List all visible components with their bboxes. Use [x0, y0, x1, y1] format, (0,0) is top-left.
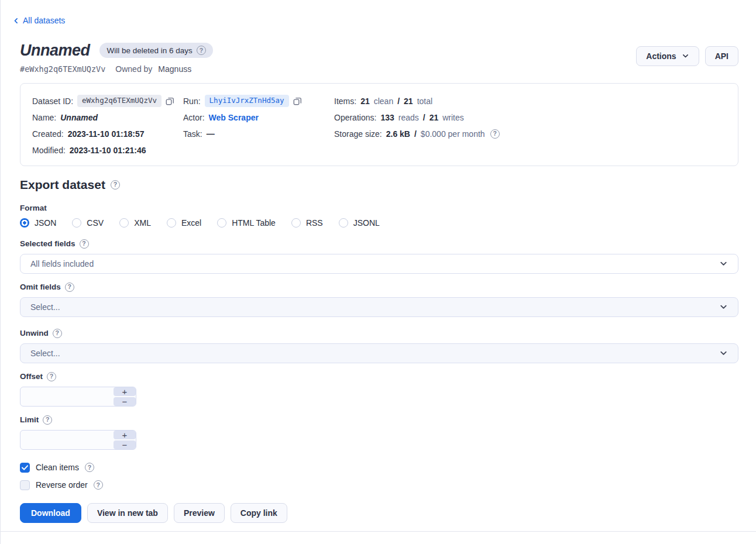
- view-in-new-tab-button[interactable]: View in new tab: [87, 503, 168, 523]
- omit-fields-select[interactable]: Select...: [20, 297, 738, 317]
- dataset-hash: #eWxhg2q6TEXmUQzVv: [20, 64, 105, 74]
- items-total-count: 21: [404, 97, 413, 106]
- format-radio-excel[interactable]: Excel: [167, 218, 201, 228]
- format-radio-csv[interactable]: CSV: [72, 218, 104, 228]
- decrement-button[interactable]: −: [114, 440, 136, 449]
- format-label: Format: [20, 204, 738, 212]
- items-row: Items: 21 clean / 21 total: [334, 93, 726, 109]
- help-icon[interactable]: ?: [43, 415, 52, 425]
- breadcrumb-all-datasets[interactable]: All datasets: [12, 16, 65, 25]
- format-radio-html-table[interactable]: HTML Table: [217, 218, 276, 228]
- operations-row: Operations: 133 reads / 21 writes: [334, 109, 726, 126]
- help-icon[interactable]: ?: [53, 329, 62, 338]
- help-icon[interactable]: ?: [47, 372, 56, 381]
- created-label: Created:: [32, 129, 64, 139]
- run-label: Run:: [183, 97, 201, 106]
- dataset-id-label: Dataset ID:: [32, 97, 73, 106]
- operations-writes-count: 21: [429, 113, 439, 122]
- run-row: Run: LhyiIvJrxZTnHd5ay: [183, 93, 334, 109]
- selected-fields-label: Selected fields ?: [20, 239, 738, 249]
- increment-button[interactable]: +: [114, 431, 136, 439]
- help-icon[interactable]: ?: [85, 463, 94, 472]
- format-radio-json[interactable]: JSON: [20, 218, 56, 228]
- chevron-down-icon: [719, 259, 728, 268]
- actor-row: Actor: Web Scraper: [183, 109, 334, 126]
- help-icon[interactable]: ?: [111, 180, 120, 190]
- offset-field: + −: [20, 387, 136, 407]
- chevron-left-icon: [12, 17, 20, 25]
- download-button[interactable]: Download: [20, 503, 81, 523]
- items-clean-count: 21: [360, 97, 370, 106]
- radio-label: Excel: [181, 218, 201, 228]
- operations-writes-word: writes: [442, 113, 464, 122]
- clean-items-checkbox[interactable]: [20, 463, 30, 473]
- omit-fields-label: Omit fields ?: [20, 283, 738, 292]
- name-label: Name:: [32, 113, 56, 122]
- deletion-badge: Will be deleted in 6 days ?: [99, 43, 213, 58]
- help-icon[interactable]: ?: [80, 239, 89, 249]
- copy-link-button[interactable]: Copy link: [231, 503, 287, 523]
- format-radio-jsonl[interactable]: JSONL: [339, 218, 380, 228]
- omit-fields-placeholder: Select...: [30, 302, 60, 312]
- help-icon[interactable]: ?: [65, 283, 74, 292]
- storage-cost: $0.000 per month: [421, 129, 485, 139]
- api-button[interactable]: API: [705, 46, 738, 66]
- increment-button[interactable]: +: [114, 387, 136, 396]
- operations-separator: /: [423, 113, 425, 122]
- unwind-select[interactable]: Select...: [20, 343, 738, 363]
- offset-stepper: + −: [114, 387, 136, 406]
- items-separator: /: [397, 97, 400, 106]
- items-label: Items:: [334, 97, 356, 106]
- page-title: Unnamed: [20, 41, 90, 60]
- owned-by-label: Owned by: [115, 64, 152, 74]
- header-actions: Actions API: [636, 46, 738, 66]
- info-column-1: Dataset ID: eWxhg2q6TEXmUQzVv Name: Unna…: [32, 93, 183, 159]
- radio-label: RSS: [306, 218, 323, 228]
- radio-icon: [72, 218, 81, 228]
- decrement-button[interactable]: −: [114, 397, 136, 406]
- limit-label: Limit ?: [20, 415, 738, 425]
- name-row: Name: Unnamed: [32, 109, 183, 126]
- storage-value: 2.6 kB: [386, 129, 410, 139]
- format-radio-rss[interactable]: RSS: [291, 218, 323, 228]
- actions-button[interactable]: Actions: [636, 46, 699, 66]
- owner-name: Magnuss: [158, 64, 191, 74]
- info-column-2: Run: LhyiIvJrxZTnHd5ay Actor: Web Scrape…: [183, 93, 334, 159]
- copy-icon[interactable]: [293, 97, 302, 105]
- unwind-label: Unwind ?: [20, 329, 738, 338]
- task-row: Task: —: [183, 126, 334, 142]
- format-radio-xml[interactable]: XML: [119, 218, 151, 228]
- selected-fields-select[interactable]: All fields included: [20, 254, 738, 274]
- chevron-down-icon: [682, 52, 689, 60]
- preview-button[interactable]: Preview: [174, 503, 225, 523]
- help-icon[interactable]: ?: [490, 129, 500, 139]
- chevron-down-icon: [719, 302, 728, 311]
- created-row: Created: 2023-11-10 01:18:57: [32, 126, 183, 142]
- storage-separator: /: [414, 129, 417, 139]
- name-value: Unnamed: [60, 113, 98, 122]
- bottom-divider: [1, 531, 756, 532]
- header-left: Unnamed Will be deleted in 6 days ? #eWx…: [20, 41, 213, 74]
- radio-label: JSON: [35, 218, 56, 228]
- radio-icon: [217, 218, 226, 228]
- dataset-info-panel: Dataset ID: eWxhg2q6TEXmUQzVv Name: Unna…: [20, 83, 738, 166]
- radio-icon: [291, 218, 301, 228]
- reverse-order-label[interactable]: Reverse order: [36, 480, 88, 490]
- deletion-badge-text: Will be deleted in 6 days: [107, 46, 193, 55]
- radio-icon: [20, 218, 29, 228]
- items-clean-word: clean: [374, 97, 393, 106]
- storage-row: Storage size: 2.6 kB / $0.000 per month …: [334, 126, 726, 142]
- help-icon[interactable]: ?: [94, 480, 103, 490]
- selected-fields-value: All fields included: [30, 259, 94, 268]
- run-chip[interactable]: LhyiIvJrxZTnHd5ay: [205, 95, 289, 107]
- radio-label: HTML Table: [232, 218, 276, 228]
- format-radio-group: JSON CSV XML Excel HTML Table RSS: [20, 218, 738, 228]
- page-header: Unnamed Will be deleted in 6 days ? #eWx…: [20, 41, 738, 74]
- reverse-order-checkbox[interactable]: [20, 480, 30, 490]
- radio-label: JSONL: [353, 218, 380, 228]
- actor-link[interactable]: Web Scraper: [209, 113, 259, 122]
- help-icon[interactable]: ?: [197, 46, 206, 55]
- reverse-order-row: Reverse order ?: [20, 480, 738, 490]
- clean-items-label[interactable]: Clean items: [36, 463, 79, 472]
- copy-icon[interactable]: [166, 97, 174, 105]
